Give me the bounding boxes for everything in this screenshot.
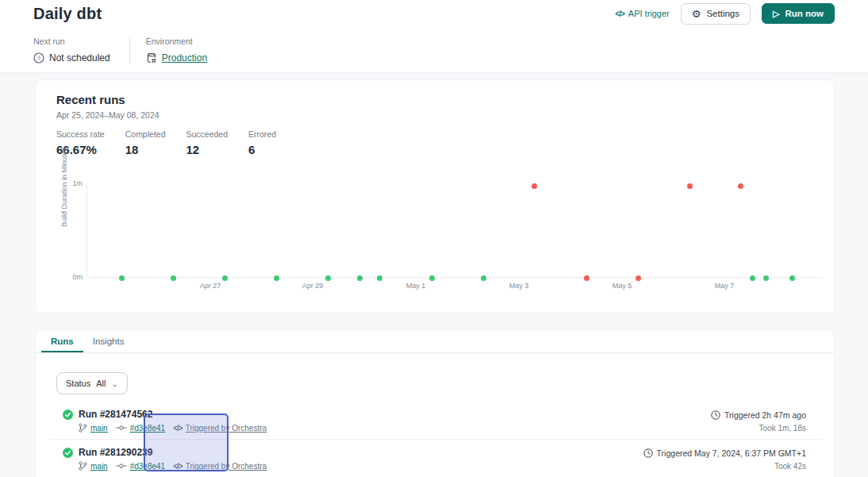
run-point-success[interactable] — [763, 275, 769, 281]
git-branch-icon — [79, 423, 87, 433]
run-point-error[interactable] — [584, 275, 590, 281]
git-commit-icon — [116, 463, 127, 469]
trigger-source-link[interactable]: Triggered by Orchestra — [186, 462, 267, 471]
play-icon: ▷ — [773, 10, 779, 18]
status-filter-dropdown[interactable]: Status All ⌄ — [56, 372, 128, 394]
commit-item: #d3e8e41 — [116, 462, 166, 471]
branch-link[interactable]: main — [90, 462, 108, 471]
run-title: Run #281474562 — [79, 409, 152, 420]
recent-runs-card: Recent runs Apr 25, 2024–May 08, 2024 Su… — [35, 79, 835, 314]
status-filter-value: All — [96, 379, 106, 388]
run-stats: Success rate 66.67% Completed 18 Succeed… — [56, 129, 276, 156]
question-circle-icon: ? — [33, 52, 44, 63]
run-point-success[interactable] — [750, 275, 755, 281]
x-axis-tick: May 5 — [613, 282, 632, 290]
environment-label: Environment — [146, 37, 207, 46]
status-filter-label: Status — [66, 379, 90, 388]
tab-bar: Runs Insights — [36, 330, 834, 353]
success-check-icon — [63, 448, 73, 458]
x-axis-tick: May 3 — [509, 282, 529, 290]
stat-succeeded: Succeeded 12 — [186, 129, 228, 156]
run-now-label: Run now — [785, 9, 824, 18]
run-now-button[interactable]: ▷ Run now — [762, 3, 835, 24]
run-point-success[interactable] — [789, 275, 795, 281]
code-icon: </> — [615, 10, 624, 18]
code-icon: </> — [173, 462, 182, 471]
x-axis-tick: Apr 29 — [302, 282, 324, 290]
run-row[interactable]: Run #281474562 main — [48, 402, 822, 440]
clock-icon — [643, 448, 653, 458]
git-commit-icon — [116, 425, 127, 431]
run-point-success[interactable] — [222, 275, 228, 281]
trigger-source-item: </> Triggered by Orchestra — [173, 424, 267, 433]
runs-card: Runs Insights Status All ⌄ Run #28147456… — [35, 329, 835, 477]
job-meta: Next run ? Not scheduled Environment — [33, 37, 207, 63]
chart-y-axis-label: Build Duration in Minutes — [60, 148, 68, 227]
environment-database-icon — [146, 52, 157, 63]
run-point-success[interactable] — [429, 275, 435, 281]
x-axis-tick: May 1 — [406, 282, 426, 290]
run-point-success[interactable] — [357, 275, 363, 281]
commit-link[interactable]: #d3e8e41 — [130, 424, 166, 433]
run-row[interactable]: Run #281290239 main — [48, 440, 822, 477]
tab-runs[interactable]: Runs — [41, 330, 83, 352]
run-point-error[interactable] — [687, 183, 693, 189]
run-triggered-text: Triggered 2h 47m ago — [724, 410, 806, 420]
tab-insights[interactable]: Insights — [83, 330, 134, 352]
run-point-error[interactable] — [636, 275, 641, 281]
y-axis-tick-1m: 1m — [72, 179, 83, 187]
run-title: Run #281290239 — [79, 447, 152, 458]
header-actions: </> API trigger ⚙ Settings ▷ Run now — [615, 3, 835, 25]
code-icon: </> — [173, 424, 182, 433]
runs-list: Run #281474562 main — [48, 402, 822, 477]
run-duration-text: Took 42s — [774, 462, 806, 471]
next-run-label: Next run — [33, 37, 110, 46]
api-trigger-label: API trigger — [628, 9, 670, 18]
chevron-down-icon: ⌄ — [111, 379, 117, 388]
trigger-source-item: </> Triggered by Orchestra — [173, 462, 267, 471]
stat-errored: Errored 6 — [248, 129, 276, 156]
branch-item: main — [79, 461, 108, 471]
next-run-block: Next run ? Not scheduled — [33, 37, 110, 63]
git-branch-icon — [79, 461, 87, 471]
page-header: Daily dbt </> API trigger ⚙ Settings ▷ R… — [0, 0, 868, 73]
recent-runs-date-range: Apr 25, 2024–May 08, 2024 — [56, 110, 159, 120]
commit-item: #d3e8e41 — [116, 424, 166, 433]
settings-button[interactable]: ⚙ Settings — [681, 3, 751, 25]
run-point-success[interactable] — [171, 275, 176, 281]
run-duration-text: Took 1m, 18s — [759, 424, 806, 433]
run-point-success[interactable] — [481, 275, 486, 281]
api-trigger-link[interactable]: </> API trigger — [615, 9, 669, 18]
environment-block: Environment Production — [146, 37, 207, 63]
run-point-error[interactable] — [738, 183, 743, 189]
branch-item: main — [79, 423, 108, 433]
success-check-icon — [63, 410, 73, 420]
chart-plot: 1m 0m Apr 27Apr 29May 1May 3May 5May 7 — [86, 183, 822, 278]
x-axis-tick: Apr 27 — [200, 282, 221, 290]
stat-completed: Completed 18 — [125, 129, 166, 156]
settings-label: Settings — [706, 9, 739, 18]
y-axis-tick-0m: 0m — [72, 273, 83, 281]
meta-divider — [129, 37, 130, 63]
clock-icon — [711, 410, 720, 420]
gear-icon: ⚙ — [692, 9, 701, 19]
run-point-success[interactable] — [274, 275, 279, 281]
recent-runs-title: Recent runs — [56, 93, 125, 106]
branch-link[interactable]: main — [90, 424, 108, 433]
run-point-success[interactable] — [377, 275, 382, 281]
next-run-value: Not scheduled — [49, 52, 110, 63]
run-point-success[interactable] — [325, 275, 331, 281]
x-axis-tick: May 7 — [715, 282, 735, 290]
trigger-source-link[interactable]: Triggered by Orchestra — [186, 424, 267, 433]
run-point-error[interactable] — [532, 183, 537, 189]
svg-text:?: ? — [37, 55, 41, 62]
run-point-success[interactable] — [119, 275, 125, 281]
page-title: Daily dbt — [33, 5, 102, 23]
commit-link[interactable]: #d3e8e41 — [130, 462, 166, 471]
run-triggered-text: Triggered May 7, 2024, 6:37 PM GMT+1 — [657, 448, 806, 458]
environment-value-link[interactable]: Production — [162, 52, 207, 63]
